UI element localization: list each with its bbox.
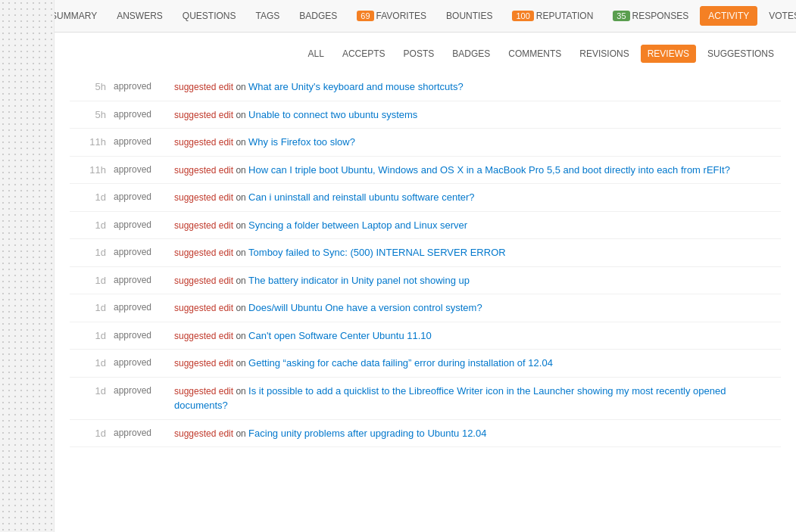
review-status: approved: [114, 426, 167, 438]
review-status: approved: [114, 190, 167, 202]
question-link[interactable]: Is it possible to add a quicklist to the…: [174, 385, 726, 412]
review-row: 11happrovedsuggested edit on Why is Fire…: [70, 129, 781, 157]
question-link[interactable]: Tomboy failed to Sync: (500) INTERNAL SE…: [248, 247, 506, 258]
suggested-edit-link[interactable]: suggested edit: [174, 247, 233, 258]
suggested-edit-link[interactable]: suggested edit: [174, 303, 233, 313]
suggested-edit-link[interactable]: suggested edit: [174, 331, 233, 341]
suggested-edit-link[interactable]: suggested edit: [174, 110, 233, 120]
review-time: 1d: [70, 218, 106, 231]
suggested-edit-link[interactable]: suggested edit: [174, 137, 233, 148]
filter-reviews[interactable]: REVIEWS: [641, 45, 696, 63]
filter-comments[interactable]: COMMENTS: [501, 45, 568, 63]
review-description: suggested edit on Can't open Software Ce…: [174, 328, 781, 344]
nav-label: QUESTIONS: [183, 11, 236, 21]
review-status: approved: [114, 218, 167, 230]
on-text: on: [233, 303, 248, 313]
review-row: 1dapprovedsuggested edit on Can't open S…: [70, 322, 781, 350]
review-row: 5happrovedsuggested edit on Unable to co…: [70, 101, 781, 129]
nav-label: REPUTATION: [536, 11, 594, 21]
nav-badge: 100: [512, 11, 533, 21]
review-row: 5happrovedsuggested edit on What are Uni…: [70, 73, 781, 101]
review-status: approved: [114, 135, 167, 147]
filter-all[interactable]: ALL: [301, 45, 331, 63]
filter-accepts[interactable]: ACCEPTS: [336, 45, 392, 63]
on-text: on: [233, 428, 248, 439]
suggested-edit-link[interactable]: suggested edit: [174, 358, 233, 369]
suggested-edit-link[interactable]: suggested edit: [174, 192, 233, 203]
main-content: ALLACCEPTSPOSTSBADGESCOMMENTSREVISIONSRE…: [55, 33, 796, 459]
review-time: 1d: [70, 190, 106, 203]
review-time: 1d: [70, 356, 106, 369]
nav-label: SUMMARY: [51, 11, 97, 21]
suggested-edit-link[interactable]: suggested edit: [174, 165, 233, 176]
review-row: 1dapprovedsuggested edit on Getting “ask…: [70, 350, 781, 378]
nav-item-questions[interactable]: QUESTIONS: [174, 6, 245, 26]
on-text: on: [233, 247, 248, 258]
nav-label: VOTES: [769, 11, 796, 21]
review-row: 1dapprovedsuggested edit on Syncing a fo…: [70, 212, 781, 240]
page-header: ALLACCEPTSPOSTSBADGESCOMMENTSREVISIONSRE…: [70, 45, 781, 63]
review-time: 11h: [70, 135, 106, 148]
on-text: on: [233, 110, 248, 120]
review-status: approved: [114, 384, 167, 396]
question-link[interactable]: Facing unity problems after upgrading to…: [248, 428, 486, 439]
review-list: 5happrovedsuggested edit on What are Uni…: [70, 73, 781, 447]
question-link[interactable]: Unable to connect two ubuntu systems: [248, 109, 417, 120]
nav-label: BADGES: [299, 11, 337, 21]
review-time: 5h: [70, 79, 106, 92]
suggested-edit-link[interactable]: suggested edit: [174, 220, 233, 231]
nav-item-reputation[interactable]: 100REPUTATION: [504, 6, 601, 26]
review-time: 1d: [70, 245, 106, 258]
review-row: 1dapprovedsuggested edit on Tomboy faile…: [70, 239, 781, 267]
suggested-edit-link[interactable]: suggested edit: [174, 386, 233, 397]
nav-item-badges[interactable]: BADGES: [291, 6, 345, 26]
suggested-edit-link[interactable]: suggested edit: [174, 82, 233, 92]
nav-item-activity[interactable]: ACTIVITY: [700, 6, 757, 26]
question-link[interactable]: What are Unity's keyboard and mouse shor…: [248, 81, 464, 92]
nav-item-favorites[interactable]: 69FAVORITES: [348, 6, 435, 26]
review-row: 1dapprovedsuggested edit on Facing unity…: [70, 420, 781, 448]
on-text: on: [233, 275, 248, 286]
review-time: 1d: [70, 426, 106, 439]
review-description: suggested edit on Does/will Ubuntu One h…: [174, 300, 781, 316]
review-status: approved: [114, 273, 167, 285]
review-status: approved: [114, 163, 167, 175]
review-status: approved: [114, 300, 167, 313]
question-link[interactable]: Syncing a folder between Laptop and Linu…: [248, 219, 467, 231]
question-link[interactable]: Getting “asking for cache data failing” …: [248, 357, 553, 369]
nav-item-answers[interactable]: ANSWERS: [108, 6, 171, 26]
nav-label: ANSWERS: [117, 11, 163, 21]
suggested-edit-link[interactable]: suggested edit: [174, 275, 233, 286]
review-time: 1d: [70, 273, 106, 286]
top-navigation: SUMMARYANSWERSQUESTIONSTAGSBADGES69FAVOR…: [55, 0, 796, 33]
on-text: on: [233, 165, 248, 176]
question-link[interactable]: Can't open Software Center Ubuntu 11.10: [248, 330, 432, 341]
nav-label: BOUNTIES: [446, 11, 492, 21]
review-status: approved: [114, 107, 167, 120]
question-link[interactable]: Can i uninstall and reinstall ubuntu sof…: [248, 191, 474, 203]
nav-item-responses[interactable]: 35RESPONSES: [604, 6, 697, 26]
question-link[interactable]: Why is Firefox too slow?: [248, 136, 355, 148]
question-link[interactable]: Does/will Ubuntu One have a version cont…: [248, 302, 482, 313]
review-description: suggested edit on Facing unity problems …: [174, 426, 781, 441]
review-row: 1dapprovedsuggested edit on The battery …: [70, 267, 781, 295]
question-link[interactable]: The battery indicator in Unity panel not…: [248, 275, 470, 286]
filter-suggestions[interactable]: SUGGESTIONS: [701, 45, 781, 63]
on-text: on: [233, 137, 248, 148]
review-status: approved: [114, 79, 167, 92]
suggested-edit-link[interactable]: suggested edit: [174, 428, 233, 439]
on-text: on: [233, 82, 248, 92]
nav-item-bounties[interactable]: BOUNTIES: [438, 6, 501, 26]
question-link[interactable]: How can I triple boot Ubuntu, Windows an…: [248, 164, 730, 176]
nav-item-votes[interactable]: VOTES: [760, 6, 796, 26]
nav-item-tags[interactable]: TAGS: [248, 6, 289, 26]
filter-badges[interactable]: BADGES: [445, 45, 497, 63]
review-description: suggested edit on Tomboy failed to Sync:…: [174, 245, 781, 260]
filter-posts[interactable]: POSTS: [397, 45, 442, 63]
filter-revisions[interactable]: REVISIONS: [573, 45, 635, 63]
nav-label: FAVORITES: [376, 11, 426, 21]
sidebar-pattern: [0, 0, 55, 459]
on-text: on: [233, 331, 248, 341]
on-text: on: [233, 386, 248, 397]
review-row: 1dapprovedsuggested edit on Does/will Ub…: [70, 294, 781, 322]
